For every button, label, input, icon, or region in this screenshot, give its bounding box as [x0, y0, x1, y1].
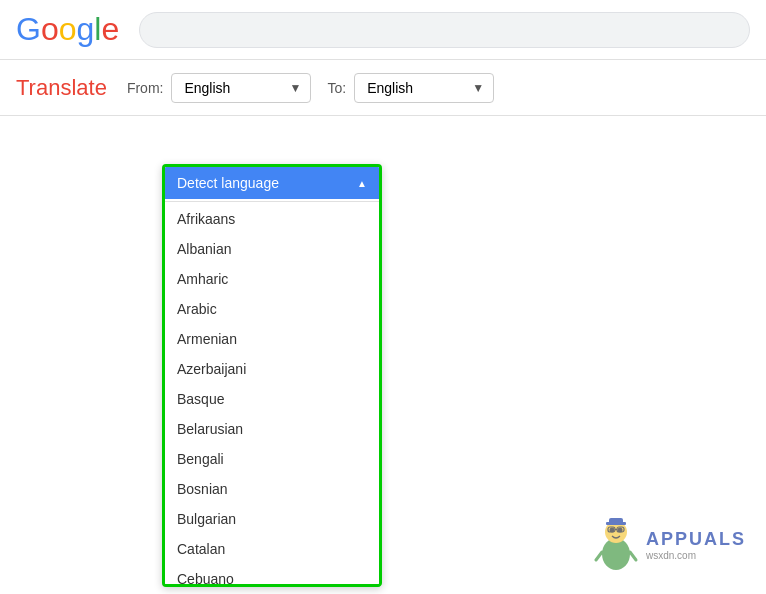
list-item[interactable]: Afrikaans: [165, 204, 379, 234]
main-content: Detect language ▲ AfrikaansAlbanianAmhar…: [0, 116, 766, 594]
list-item[interactable]: Albanian: [165, 234, 379, 264]
dropdown-divider: [165, 201, 379, 202]
list-item[interactable]: Basque: [165, 384, 379, 414]
dropdown-highlight-box: Detect language ▲ AfrikaansAlbanianAmhar…: [162, 164, 382, 587]
dropdown-list[interactable]: AfrikaansAlbanianAmharicArabicArmenianAz…: [165, 204, 379, 584]
list-item[interactable]: Bulgarian: [165, 504, 379, 534]
from-label: From:: [127, 80, 164, 96]
search-input[interactable]: [139, 12, 750, 48]
svg-line-10: [630, 552, 636, 560]
list-item[interactable]: Arabic: [165, 294, 379, 324]
from-select-wrapper: English ▼: [171, 73, 311, 103]
list-item[interactable]: Armenian: [165, 324, 379, 354]
list-item[interactable]: Amharic: [165, 264, 379, 294]
list-item[interactable]: Bengali: [165, 444, 379, 474]
google-logo: Google: [16, 11, 119, 48]
language-dropdown: Detect language ▲ AfrikaansAlbanianAmhar…: [162, 164, 382, 587]
scroll-up-indicator: ▲: [357, 178, 367, 189]
toolbar: Translate From: English ▼ To: English ▼: [0, 60, 766, 116]
detect-language-label: Detect language: [177, 175, 279, 191]
from-language-select[interactable]: English: [171, 73, 311, 103]
to-label: To:: [327, 80, 346, 96]
to-select-wrapper: English ▼: [354, 73, 494, 103]
list-item[interactable]: Belarusian: [165, 414, 379, 444]
appuals-subdomain: wsxdn.com: [646, 550, 746, 561]
svg-rect-8: [609, 518, 623, 524]
list-item[interactable]: Cebuano: [165, 564, 379, 584]
appuals-figure-icon: [592, 516, 640, 574]
list-item[interactable]: Catalan: [165, 534, 379, 564]
detect-language-option[interactable]: Detect language ▲: [165, 167, 379, 199]
appuals-brand: APPUALS: [646, 529, 746, 550]
translate-label: Translate: [16, 75, 107, 101]
svg-line-9: [596, 552, 602, 560]
watermark: APPUALS wsxdn.com: [592, 516, 746, 574]
list-item[interactable]: Bosnian: [165, 474, 379, 504]
header: Google: [0, 0, 766, 60]
list-item[interactable]: Azerbaijani: [165, 354, 379, 384]
to-language-select[interactable]: English: [354, 73, 494, 103]
